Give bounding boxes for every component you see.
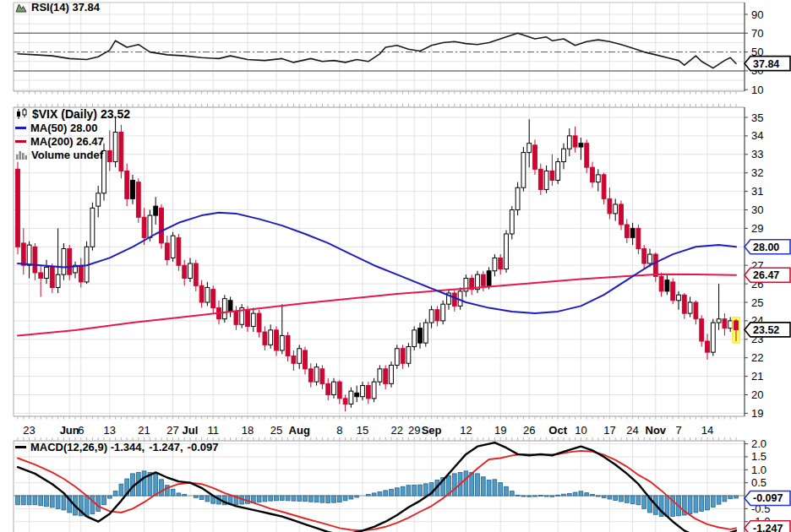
- macd-histogram-bar: [194, 496, 198, 497]
- macd-histogram-bar: [550, 496, 554, 497]
- candlestick: [728, 321, 733, 328]
- axis-callout-value: 37.84: [753, 58, 779, 70]
- candlestick: [286, 335, 290, 356]
- candlestick: [234, 312, 238, 324]
- macd-histogram-bar: [62, 496, 66, 510]
- macd-histogram-bar: [113, 491, 117, 496]
- macd-histogram-bar: [390, 489, 394, 496]
- macd-histogram-bar: [521, 496, 526, 497]
- candlestick: [533, 145, 537, 169]
- macd-histogram-bar: [297, 496, 302, 501]
- macd-histogram-bar: [585, 493, 589, 496]
- candlestick: [343, 399, 347, 404]
- macd-histogram-bar: [636, 496, 641, 505]
- candlestick: [165, 243, 169, 260]
- candlestick: [21, 243, 25, 265]
- candlestick: [608, 198, 612, 214]
- candlestick: [222, 299, 226, 319]
- candlestick: [308, 369, 313, 382]
- candlestick: [332, 382, 336, 394]
- macd-histogram-bar: [39, 496, 43, 506]
- macd-histogram-bar: [90, 496, 95, 513]
- candlestick: [556, 162, 560, 181]
- macd-histogram-bar: [544, 496, 548, 497]
- candlestick: [677, 295, 681, 301]
- macd-histogram-bar: [538, 495, 543, 496]
- candlestick: [723, 319, 727, 328]
- macd-histogram-bar: [533, 496, 537, 497]
- rsi-legend: RSI(14) 37.84: [15, 1, 100, 14]
- candlestick: [401, 349, 405, 364]
- date-label: 15: [357, 424, 368, 437]
- candlestick: [505, 234, 509, 269]
- candlestick: [372, 382, 376, 399]
- candlestick: [68, 248, 72, 274]
- candlestick: [205, 287, 210, 302]
- macd-histogram-bar: [16, 496, 20, 505]
- candlestick: [435, 310, 439, 321]
- macd-histogram-bar: [119, 484, 123, 496]
- candlestick: [136, 182, 140, 218]
- date-label: 10: [575, 424, 586, 437]
- macd-histogram-bar: [591, 494, 595, 496]
- candlestick: [171, 236, 175, 258]
- candlestick: [148, 215, 152, 237]
- date-label: 29: [408, 424, 420, 437]
- date-label: 12: [460, 424, 472, 437]
- ma50-line-icon: [15, 127, 26, 129]
- date-label: 17: [603, 424, 615, 437]
- macd-line-icon: [15, 446, 26, 448]
- macd-histogram-bar: [343, 496, 347, 501]
- date-label: 22: [391, 424, 403, 437]
- macd-histogram-bar: [510, 491, 514, 496]
- candlestick: [251, 313, 255, 326]
- candlestick: [142, 217, 146, 237]
- macd-histogram-bar: [355, 496, 359, 497]
- price-ytick: 32: [751, 166, 763, 179]
- candlestick: [487, 271, 491, 286]
- candlestick: [706, 341, 710, 352]
- candlestick: [671, 282, 675, 301]
- volume-row: Volume undef: [15, 148, 130, 161]
- macd-histogram-bar: [734, 496, 739, 498]
- candlestick: [412, 330, 417, 347]
- symbol-row: $VIX (Daily) 23.52: [15, 107, 130, 121]
- candlestick: [50, 267, 54, 287]
- candlestick: [619, 204, 624, 225]
- macd-histogram-bar: [412, 485, 417, 496]
- candlestick: [395, 349, 399, 366]
- volume-bars-icon: [15, 149, 27, 160]
- macd-histogram-bar: [499, 483, 503, 496]
- date-label: Jul: [183, 424, 199, 437]
- date-label: 8: [336, 424, 342, 437]
- candlestick: [481, 274, 485, 285]
- candlestick: [188, 263, 193, 279]
- macd-histogram-bar: [96, 496, 101, 511]
- candlestick: [659, 276, 663, 291]
- macd-histogram-bar: [33, 496, 37, 505]
- candlestick: [228, 301, 232, 312]
- price-ytick: 34: [751, 129, 763, 142]
- candlestick: [16, 169, 20, 247]
- macd-histogram-bar: [700, 496, 704, 511]
- candlestick: [579, 144, 583, 147]
- axis-callout-value: 23.52: [753, 324, 779, 336]
- candlestick: [441, 304, 445, 321]
- candlestick: [154, 206, 158, 215]
- candlestick: [96, 193, 101, 206]
- macd-histogram-bar: [395, 488, 399, 496]
- macd-histogram-bar: [516, 495, 520, 496]
- macd-histogram-bar: [171, 489, 175, 496]
- macd-histogram-bar: [493, 480, 497, 496]
- price-ytick: 29: [751, 222, 763, 235]
- macd-histogram-bar: [625, 496, 629, 502]
- ma50-row: MA(50) 28.00: [15, 121, 130, 134]
- candlestick: [550, 171, 554, 181]
- candlestick: [355, 393, 359, 396]
- ma200-line-icon: [15, 140, 26, 143]
- macd-histogram-bar: [308, 496, 313, 502]
- macd-histogram-bar: [286, 496, 290, 501]
- macd-histogram-bar: [711, 496, 715, 508]
- candlestick: [131, 180, 135, 198]
- candlestick: [378, 369, 382, 382]
